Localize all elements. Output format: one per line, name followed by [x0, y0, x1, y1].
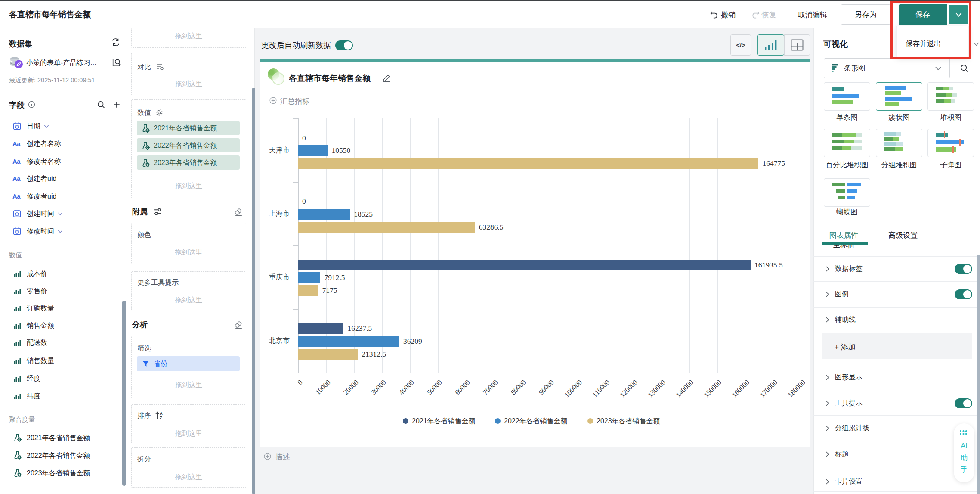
svg-text:Z: Z: [160, 415, 162, 419]
